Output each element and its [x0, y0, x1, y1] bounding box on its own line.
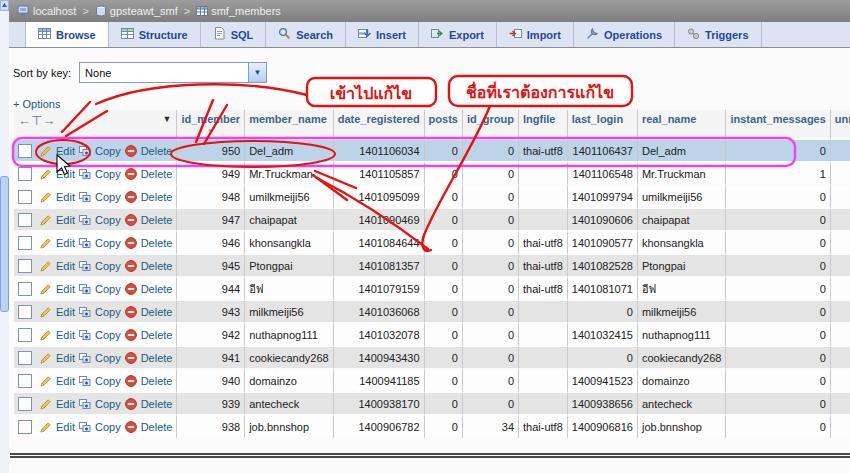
row-checkbox[interactable] [18, 144, 32, 158]
tab-insert[interactable]: Insert [346, 22, 419, 47]
edit-link[interactable]: Edit [56, 214, 75, 226]
scrollbar-thumb[interactable] [0, 176, 9, 312]
edit-link[interactable]: Edit [56, 421, 75, 433]
tab-browse[interactable]: Browse [25, 22, 109, 47]
copy-link[interactable]: Copy [95, 329, 121, 341]
cell-actions: EditCopyDelete [14, 163, 177, 186]
edit-link[interactable]: Edit [56, 283, 75, 295]
edit-link[interactable]: Edit [56, 375, 75, 387]
cell-instant_messages: 0 [726, 186, 830, 209]
tab-sql[interactable]: SQL [201, 22, 267, 47]
copy-link[interactable]: Copy [95, 214, 121, 226]
cell-posts: 0 [425, 301, 463, 324]
table-row[interactable]: EditCopyDelete948umilkmeiji5614010950990… [14, 186, 850, 209]
copy-link[interactable]: Copy [95, 260, 121, 272]
table-row[interactable]: EditCopyDelete939antecheck14009381700014… [14, 393, 850, 416]
row-checkbox[interactable] [18, 282, 32, 296]
delete-link[interactable]: Delete [141, 237, 173, 249]
edit-link[interactable]: Edit [56, 306, 75, 318]
delete-link[interactable]: Delete [141, 398, 173, 410]
row-checkbox[interactable] [18, 236, 32, 250]
cell-real_name: nuthapnog111 [638, 324, 727, 347]
table-row[interactable]: EditCopyDelete941cookiecandy268140094343… [14, 347, 850, 370]
row-checkbox[interactable] [18, 190, 32, 204]
row-checkbox[interactable] [18, 351, 32, 365]
cell-last_login: 1400941523 [568, 370, 638, 393]
row-checkbox[interactable] [18, 420, 32, 434]
row-checkbox[interactable] [18, 305, 32, 319]
table-row[interactable]: EditCopyDelete943milkmeiji56140103606800… [14, 301, 850, 324]
delete-link[interactable]: Delete [141, 191, 173, 203]
column-header-id_member[interactable]: id_member▼ [177, 110, 245, 140]
delete-link[interactable]: Delete [141, 145, 173, 157]
row-checkbox[interactable] [18, 167, 32, 181]
cell-last_login: 0 [568, 301, 638, 324]
delete-link[interactable]: Delete [141, 306, 173, 318]
edit-link[interactable]: Edit [56, 237, 75, 249]
row-checkbox[interactable] [18, 259, 32, 273]
transpose-nav-arrows[interactable]: ←⊤→ [18, 113, 55, 128]
edit-link[interactable]: Edit [56, 260, 75, 272]
column-header-real_name[interactable]: real_name [638, 110, 727, 140]
row-checkbox[interactable] [18, 374, 32, 388]
column-header-unread_messages[interactable]: unread_messages [831, 110, 850, 140]
edit-link[interactable]: Edit [56, 398, 75, 410]
copy-link[interactable]: Copy [95, 352, 121, 364]
table-row[interactable]: EditCopyDelete938job.bnnshop140090678203… [14, 416, 850, 439]
row-checkbox[interactable] [18, 397, 32, 411]
edit-link[interactable]: Edit [56, 145, 75, 157]
delete-link[interactable]: Delete [141, 352, 173, 364]
actions-menu-arrow-icon[interactable]: ▼ [163, 114, 172, 124]
edit-link[interactable]: Edit [56, 191, 75, 203]
delete-link[interactable]: Delete [141, 329, 173, 341]
row-checkbox[interactable] [18, 328, 32, 342]
tab-search[interactable]: Search [266, 22, 346, 47]
breadcrumb-server[interactable]: localhost [17, 5, 76, 17]
breadcrumb-table[interactable]: smf_members [196, 5, 281, 17]
copy-link[interactable]: Copy [95, 421, 121, 433]
column-header-id_group[interactable]: id_group [463, 110, 519, 140]
copy-link[interactable]: Copy [95, 375, 121, 387]
column-header-instant_messages[interactable]: instant_messages [726, 110, 830, 140]
tab-triggers[interactable]: Triggers [675, 22, 761, 47]
delete-link[interactable]: Delete [141, 168, 173, 180]
tab-structure[interactable]: Structure [109, 22, 201, 47]
table-row[interactable]: EditCopyDelete949Mr.Truckman140110585700… [14, 163, 850, 186]
column-header-posts[interactable]: posts [425, 110, 463, 140]
edit-link[interactable]: Edit [56, 168, 75, 180]
copy-link[interactable]: Copy [95, 145, 121, 157]
table-row[interactable]: EditCopyDelete942nuthapnog11114010320780… [14, 324, 850, 347]
delete-link[interactable]: Delete [141, 214, 173, 226]
table-row[interactable]: EditCopyDelete940domainzo140094118500140… [14, 370, 850, 393]
column-header-lngfile[interactable]: lngfile [519, 110, 568, 140]
tab-export[interactable]: Export [419, 22, 497, 47]
table-row[interactable]: EditCopyDelete945Ptongpai140108135700tha… [14, 255, 850, 278]
copy-link[interactable]: Copy [95, 283, 121, 295]
delete-link[interactable]: Delete [141, 283, 173, 295]
edit-link[interactable]: Edit [56, 329, 75, 341]
table-row[interactable]: EditCopyDelete947chaipapat14010904690014… [14, 209, 850, 232]
scroll-up-button[interactable] [0, 0, 9, 11]
column-header-last_login[interactable]: last_login [568, 110, 638, 140]
copy-link[interactable]: Copy [95, 191, 121, 203]
column-header-member_name[interactable]: member_name [245, 110, 334, 140]
delete-link[interactable]: Delete [141, 421, 173, 433]
edit-link[interactable]: Edit [56, 352, 75, 364]
table-row[interactable]: EditCopyDelete944อีฟ140107915900thai-utf… [14, 278, 850, 301]
column-header-date_registered[interactable]: date_registered [334, 110, 425, 140]
sort-key-select[interactable]: None ▼ [79, 62, 267, 83]
table-row[interactable]: EditCopyDelete950Del_adm140110603400thai… [14, 140, 850, 163]
dropdown-arrow-icon[interactable]: ▼ [248, 63, 266, 82]
copy-link[interactable]: Copy [95, 306, 121, 318]
delete-link[interactable]: Delete [141, 260, 173, 272]
copy-link[interactable]: Copy [95, 237, 121, 249]
tab-operations[interactable]: Operations [574, 22, 675, 47]
delete-link[interactable]: Delete [141, 375, 173, 387]
copy-link[interactable]: Copy [95, 168, 121, 180]
tab-import[interactable]: Import [497, 22, 574, 47]
copy-link[interactable]: Copy [95, 398, 121, 410]
options-toggle[interactable]: + Options [13, 98, 60, 110]
breadcrumb-database[interactable]: gpsteawt_smf [95, 5, 178, 17]
row-checkbox[interactable] [18, 213, 32, 227]
table-row[interactable]: EditCopyDelete946khonsangkla140108464400… [14, 232, 850, 255]
